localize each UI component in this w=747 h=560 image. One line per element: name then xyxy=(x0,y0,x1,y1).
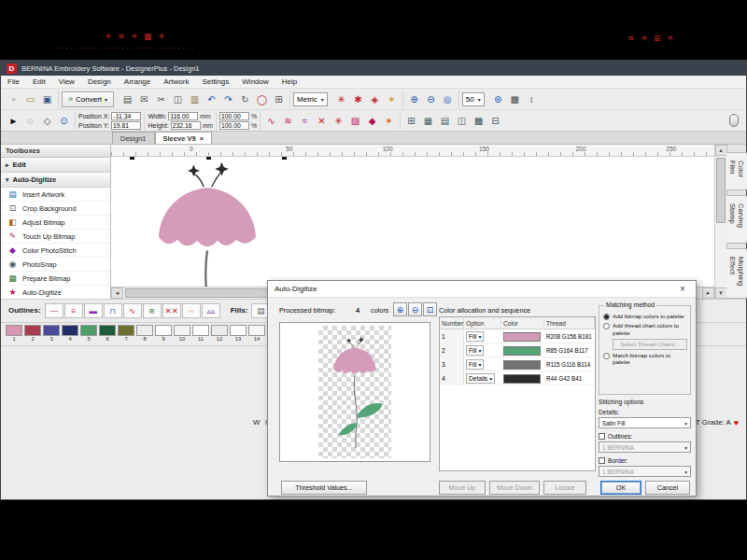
tab-carving-stamp[interactable]: Carving Stamp xyxy=(726,195,747,244)
border-thread-select[interactable]: 1 BERNINA xyxy=(599,466,691,477)
outline-motif-icon[interactable]: ▵▵ xyxy=(202,303,220,318)
outline-single-icon[interactable]: — xyxy=(45,303,63,318)
border-checkbox[interactable]: Border: xyxy=(599,457,691,464)
preview-zoom-out-button[interactable]: ⊖ xyxy=(408,302,422,316)
star-effect-icon[interactable]: ✳ xyxy=(331,113,346,129)
tab-design1[interactable]: Design1 xyxy=(112,132,155,144)
outline-pattern-run-icon[interactable]: ≋ xyxy=(143,303,162,318)
height-input[interactable] xyxy=(171,121,201,130)
palette-color-7[interactable]: 7 xyxy=(117,325,135,343)
outline-satin-icon[interactable]: ▬ xyxy=(84,303,103,318)
palette-color-4[interactable]: 4 xyxy=(61,325,79,343)
selection-handle[interactable] xyxy=(282,157,287,160)
hoop-icon[interactable]: ◯ xyxy=(254,91,270,107)
menu-artwork[interactable]: Artwork xyxy=(157,76,195,89)
close-tab-icon[interactable] xyxy=(200,133,204,145)
height-percent-input[interactable] xyxy=(219,121,249,130)
palette-color-5[interactable]: 5 xyxy=(79,325,98,343)
radio-add-thread-chart-colors[interactable]: Add thread chart colors to palette xyxy=(603,322,687,337)
scroll-down-icon[interactable]: ▼ xyxy=(715,287,727,299)
scroll-left-icon[interactable]: ◄ xyxy=(111,287,123,299)
convert-button[interactable]: »Convert xyxy=(62,91,114,107)
menu-help[interactable]: Help xyxy=(275,76,303,89)
menu-design[interactable]: Design xyxy=(81,76,118,89)
toolbox-item-touch-up-bitmap[interactable]: ✎ Touch Up Bitmap xyxy=(1,230,110,244)
palette-color-9[interactable]: 9 xyxy=(154,325,173,343)
zoom-box-icon[interactable]: ◎ xyxy=(440,91,456,107)
selection-handle[interactable] xyxy=(130,157,134,160)
color-sequence-row[interactable]: 3 Fill R115 G116 B114 xyxy=(440,357,595,371)
toolbox-item-photosnap[interactable]: ◉ PhotoSnap xyxy=(1,258,110,272)
palette-color-11[interactable]: 11 xyxy=(191,325,210,343)
rows-layout-icon[interactable]: ▤ xyxy=(437,113,453,129)
new-design-icon[interactable]: ▫ xyxy=(6,91,21,107)
layout-grid-icon[interactable]: ⊞ xyxy=(403,113,419,129)
toolbox-item-insert-artwork[interactable]: ▤ Insert Artwork xyxy=(1,188,110,202)
zoom-in-icon[interactable]: ⊕ xyxy=(406,91,422,107)
menu-settings[interactable]: Settings xyxy=(195,76,235,89)
pattern-stamp-icon[interactable]: ◈ xyxy=(367,91,383,107)
undo-icon[interactable]: ↶ xyxy=(204,91,219,107)
menu-edit[interactable]: Edit xyxy=(26,76,52,89)
palette-color-1[interactable]: 1 xyxy=(5,325,23,343)
threshold-values-button[interactable]: Threshold Values... xyxy=(281,481,367,495)
palette-color-12[interactable]: 12 xyxy=(210,325,229,343)
grid-icon[interactable]: ⊞ xyxy=(271,91,287,107)
toolbox-item-crop-background[interactable]: ⊡ Crop Background xyxy=(1,202,110,216)
radio-match-bitmap-colors[interactable]: Match bitmap colors to palette xyxy=(603,352,687,367)
outline-design-icon[interactable]: ∿ xyxy=(263,113,279,129)
position-y-input[interactable] xyxy=(111,121,141,130)
palette-color-6[interactable]: 6 xyxy=(98,325,117,343)
design-canvas[interactable] xyxy=(111,157,714,287)
option-select[interactable]: Details xyxy=(466,373,495,384)
scroll-right-icon[interactable]: ► xyxy=(702,287,714,299)
color-sequence-row[interactable]: 2 Fill R85 G164 B117 xyxy=(440,343,595,357)
sparkle-effect-icon[interactable]: ✶ xyxy=(381,113,397,129)
toolbox-item-prepare-bitmap[interactable]: ▦ Prepare Bitmap xyxy=(1,272,110,286)
outline-blanket-icon[interactable]: ⊓ xyxy=(104,303,122,318)
cancel-button[interactable]: Cancel xyxy=(645,481,690,495)
select-thread-charts-button[interactable]: Select Thread Charts... xyxy=(613,339,687,350)
paste-icon[interactable]: ▥ xyxy=(187,91,203,107)
menu-arrange[interactable]: Arrange xyxy=(118,76,157,89)
palette-color-2[interactable]: 2 xyxy=(23,325,42,343)
palette-color-10[interactable]: 10 xyxy=(173,325,191,343)
save-design-icon[interactable]: ▣ xyxy=(39,91,55,107)
outline-cross-icon[interactable]: ✕✕ xyxy=(162,303,181,318)
width-input[interactable] xyxy=(168,112,198,120)
zoom-tool-icon[interactable]: ⊙ xyxy=(56,113,72,129)
copy-icon[interactable]: ◫ xyxy=(170,91,186,107)
tab-sleeve-v9[interactable]: Sleeve V9 xyxy=(155,132,213,144)
print-icon[interactable]: ▤ xyxy=(120,91,135,107)
option-select[interactable]: Fill xyxy=(466,359,484,370)
scroll-spin-icon[interactable]: ↕ xyxy=(524,91,540,107)
move-down-button[interactable]: Move Down xyxy=(489,481,540,495)
star-stitch-icon[interactable]: ✶ xyxy=(384,91,400,107)
refresh-icon[interactable]: ↻ xyxy=(237,91,253,107)
dense-grid-icon[interactable]: ▩ xyxy=(471,113,486,129)
move-up-button[interactable]: Move Up xyxy=(439,481,486,495)
outline-thread-select[interactable]: 1 BERNINA xyxy=(599,441,691,453)
color-sequence-row[interactable]: 4 Details R44 G42 B41 xyxy=(440,371,595,385)
width-percent-input[interactable] xyxy=(219,112,249,120)
selection-handle[interactable] xyxy=(206,157,211,160)
lasso-select-icon[interactable]: ◌ xyxy=(22,113,38,129)
menu-file[interactable]: File xyxy=(1,76,26,89)
kaleidoscope-icon[interactable]: ▦ xyxy=(420,113,436,129)
palette-color-13[interactable]: 13 xyxy=(229,325,247,343)
radio-add-bitmap-colors[interactable]: Add bitmap colors to palette xyxy=(603,313,687,320)
stitch-angle-icon[interactable]: ≋ xyxy=(280,113,296,129)
outline-zigzag-icon[interactable]: ∿ xyxy=(123,303,142,318)
vertical-scroll-thumb[interactable] xyxy=(716,158,726,223)
palette-color-8[interactable]: 8 xyxy=(135,325,154,343)
close-icon[interactable] xyxy=(676,284,689,294)
preview-zoom-in-button[interactable]: ⊕ xyxy=(393,302,407,316)
open-design-icon[interactable]: ▭ xyxy=(22,91,38,107)
toolbox-item-adjust-bitmap[interactable]: ◧ Adjust Bitmap xyxy=(1,216,110,230)
stitch-effect-icon[interactable]: ✳ xyxy=(333,91,349,107)
toolbox-section-edit[interactable]: Edit xyxy=(1,158,110,173)
zoom-1to1-icon[interactable]: ⊛ xyxy=(490,91,506,107)
outline-triple-icon[interactable]: ≡ xyxy=(64,303,83,318)
reshape-tool-icon[interactable]: ◇ xyxy=(39,113,55,129)
ok-button[interactable]: OK xyxy=(600,481,641,495)
